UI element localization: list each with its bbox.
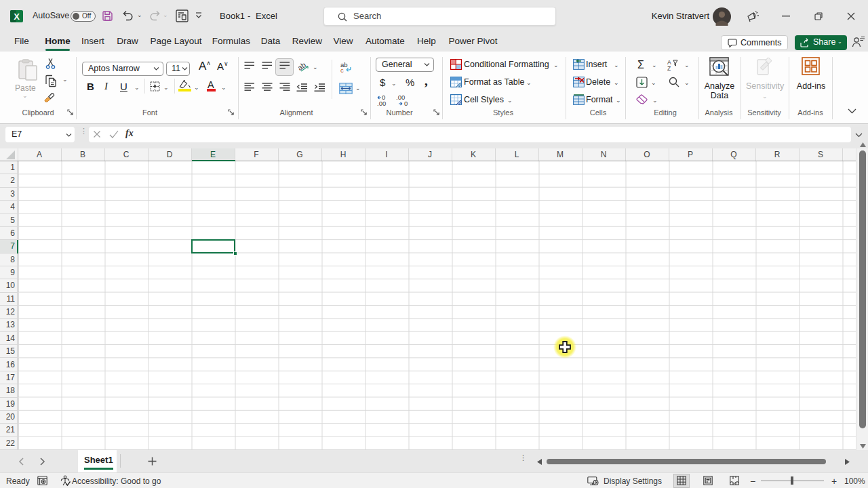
svg-text:0: 0 <box>404 100 408 106</box>
svg-text:0: 0 <box>382 95 385 101</box>
svg-text:Z: Z <box>667 65 671 71</box>
svg-text:c: c <box>340 66 344 73</box>
svg-text:X: X <box>14 12 20 22</box>
